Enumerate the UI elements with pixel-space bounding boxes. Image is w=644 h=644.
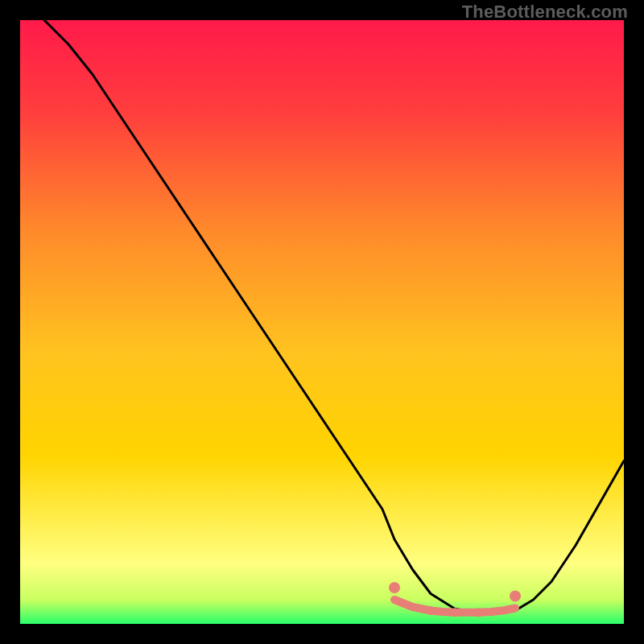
flat-region-dot	[451, 608, 460, 617]
flat-region-dot	[427, 606, 436, 615]
plot-area	[20, 20, 624, 624]
chart-frame: TheBottleneck.com	[0, 0, 644, 644]
flat-region-start-dot	[389, 582, 400, 593]
chart-svg	[20, 20, 624, 624]
flat-region-dot	[475, 608, 484, 617]
gradient-background	[20, 20, 624, 624]
flat-region-end-dot	[510, 591, 521, 602]
